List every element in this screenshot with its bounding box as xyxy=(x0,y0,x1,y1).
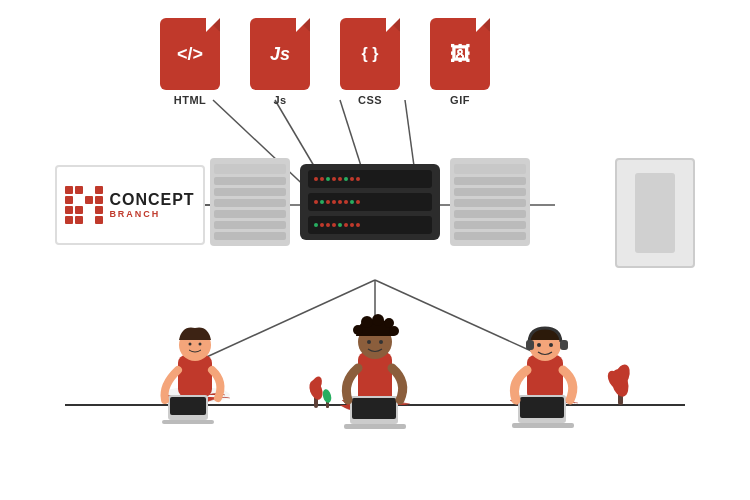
led-row xyxy=(314,223,426,227)
rack-row xyxy=(214,177,286,185)
rack-row xyxy=(454,199,526,207)
logo-cell xyxy=(95,186,103,194)
svg-point-25 xyxy=(367,340,371,344)
rack-row xyxy=(454,221,526,229)
rack-row xyxy=(454,188,526,196)
logo-grid-icon xyxy=(65,186,103,224)
file-icon-html: </> HTML xyxy=(160,18,220,106)
svg-rect-41 xyxy=(518,395,566,423)
svg-rect-44 xyxy=(618,385,623,405)
svg-point-10 xyxy=(160,387,230,403)
svg-rect-37 xyxy=(526,340,534,350)
led xyxy=(326,177,330,181)
svg-point-19 xyxy=(358,325,392,359)
rack-row xyxy=(214,188,286,196)
file-label-js: Js xyxy=(273,94,286,106)
svg-rect-18 xyxy=(358,352,392,404)
svg-point-14 xyxy=(199,343,202,346)
led xyxy=(338,223,342,227)
rack-row xyxy=(214,232,286,240)
server-unit xyxy=(308,170,432,188)
svg-rect-11 xyxy=(178,355,212,397)
logo-cell xyxy=(75,206,83,214)
led xyxy=(356,177,360,181)
svg-point-34 xyxy=(321,388,332,404)
svg-point-20 xyxy=(353,325,363,335)
file-card-js: Js xyxy=(250,18,310,90)
svg-point-45 xyxy=(609,367,632,398)
file-icon-js: Js Js xyxy=(250,18,310,106)
led xyxy=(332,177,336,181)
logo-box: CONCEPT BRANCH xyxy=(55,165,205,245)
svg-point-32 xyxy=(308,375,325,396)
logo-company-name: CONCEPT xyxy=(109,192,194,208)
led xyxy=(350,200,354,204)
svg-point-40 xyxy=(549,343,553,347)
file-label-gif: GIF xyxy=(450,94,470,106)
led xyxy=(344,200,348,204)
svg-rect-28 xyxy=(352,398,396,419)
server-unit xyxy=(308,216,432,234)
logo-content: CONCEPT BRANCH xyxy=(65,186,194,224)
led xyxy=(350,177,354,181)
led xyxy=(344,223,348,227)
svg-point-31 xyxy=(307,379,325,402)
logo-cell xyxy=(85,196,93,204)
logo-cell xyxy=(95,216,103,224)
svg-point-22 xyxy=(372,314,384,326)
svg-point-24 xyxy=(389,326,399,336)
logo-cell xyxy=(95,206,103,214)
svg-line-6 xyxy=(200,280,375,360)
rack-row xyxy=(454,232,526,240)
led xyxy=(350,223,354,227)
led xyxy=(314,223,318,227)
led xyxy=(320,177,324,181)
file-card-html-icon: </> xyxy=(177,44,203,65)
led xyxy=(356,223,360,227)
svg-rect-33 xyxy=(326,396,329,408)
svg-point-36 xyxy=(529,329,561,361)
logo-cell xyxy=(85,186,93,194)
svg-rect-16 xyxy=(170,397,206,415)
logo-cell xyxy=(85,216,93,224)
led xyxy=(314,177,318,181)
led xyxy=(338,200,342,204)
svg-point-46 xyxy=(611,362,632,389)
logo-cell xyxy=(75,186,83,194)
logo-cell xyxy=(65,196,73,204)
logo-cell xyxy=(95,196,103,204)
logo-branch-name: BRANCH xyxy=(109,210,194,219)
led xyxy=(356,200,360,204)
file-card-html: </> xyxy=(160,18,220,90)
file-card-gif-icon: 🖼 xyxy=(450,43,470,66)
logo-cell xyxy=(75,216,83,224)
server-panel-left xyxy=(210,158,290,246)
rack-row xyxy=(214,199,286,207)
rack-row xyxy=(214,210,286,218)
svg-point-39 xyxy=(537,343,541,347)
rack-row xyxy=(214,164,286,174)
svg-rect-35 xyxy=(527,355,563,401)
svg-rect-15 xyxy=(168,395,208,420)
svg-point-47 xyxy=(605,368,625,391)
svg-point-26 xyxy=(379,340,383,344)
file-card-css: { } xyxy=(340,18,400,90)
file-icons-container: </> HTML Js Js { } CSS 🖼 GIF xyxy=(160,18,490,106)
rack-row xyxy=(454,177,526,185)
file-card-js-icon: Js xyxy=(270,44,290,65)
logo-cell xyxy=(65,216,73,224)
file-label-css: CSS xyxy=(358,94,382,106)
logo-text: CONCEPT BRANCH xyxy=(109,192,194,219)
led xyxy=(332,200,336,204)
svg-rect-17 xyxy=(162,420,214,424)
led xyxy=(320,200,324,204)
svg-rect-38 xyxy=(560,340,568,350)
svg-point-13 xyxy=(189,343,192,346)
svg-point-21 xyxy=(361,316,373,328)
svg-rect-30 xyxy=(314,390,318,408)
led xyxy=(320,223,324,227)
led xyxy=(338,177,342,181)
server-unit xyxy=(308,193,432,211)
server-center-rack xyxy=(300,164,440,240)
rack-row xyxy=(214,221,286,229)
